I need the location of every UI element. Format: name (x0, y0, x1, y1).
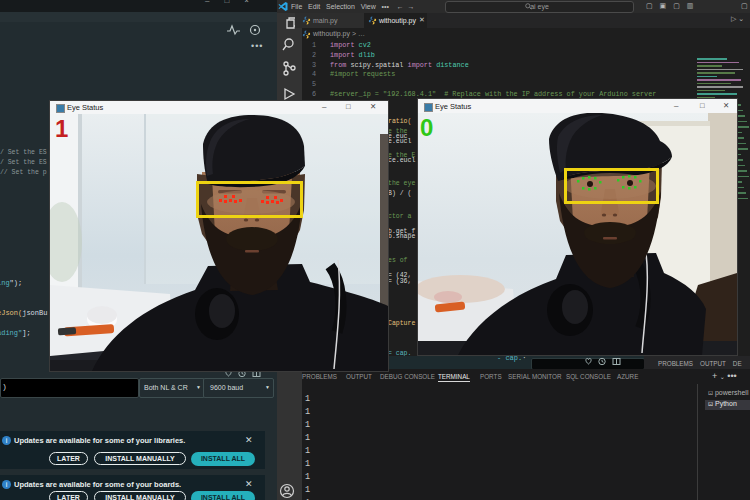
svg-text:0: 0 (420, 114, 433, 141)
svg-text:1: 1 (55, 115, 68, 142)
